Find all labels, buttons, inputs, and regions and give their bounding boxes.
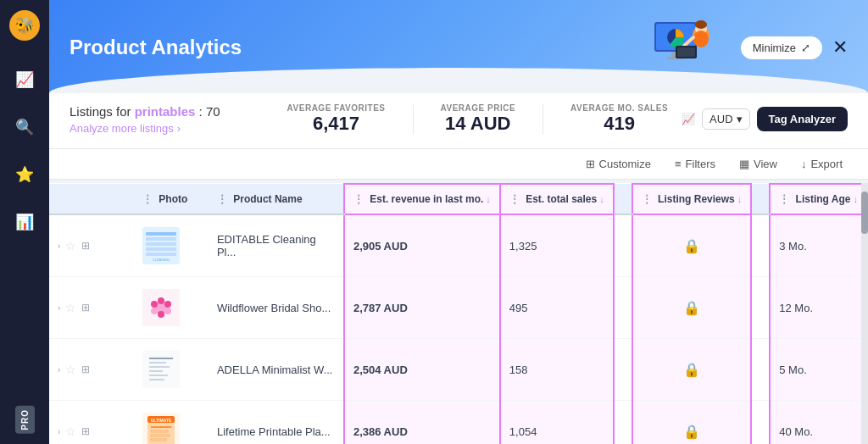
grid-btn-4[interactable]: ⊞ (81, 425, 90, 437)
analyze-label: Analyze more listings (70, 122, 174, 135)
sidebar-icon-search[interactable]: 🔍 (9, 112, 40, 142)
svg-rect-41 (151, 439, 166, 441)
grid-btn-1[interactable]: ⊞ (81, 240, 90, 252)
close-button[interactable]: ✕ (832, 36, 848, 58)
scrollbar-track[interactable] (861, 183, 868, 444)
minimize-icon: ⤢ (801, 42, 810, 54)
stat-value-sales: 419 (570, 113, 668, 135)
expand-btn-4[interactable]: › (58, 427, 60, 436)
customize-button[interactable]: ⊞ Customize (581, 154, 656, 174)
table-container: ⋮ Photo ⋮ Product Name ⋮ Est. revenue in… (49, 183, 868, 444)
filters-label: Filters (686, 158, 715, 170)
sidebar-icon-analytics[interactable]: 📈 (9, 64, 40, 95)
svg-point-8 (693, 31, 709, 47)
svg-rect-39 (151, 430, 168, 432)
table-row: › ☆ ⊞ CLEANING EDITABLE Cleaning Pl... 2… (49, 214, 867, 277)
row-controls-1: › ☆ ⊞ (49, 214, 134, 277)
photo-drag-handle[interactable]: ⋮ (142, 193, 153, 205)
currency-dropdown-icon: ▾ (737, 113, 743, 125)
app-logo[interactable]: 🐝 (9, 10, 40, 41)
col-controls (49, 184, 134, 214)
row-photo-1: CLEANING (134, 214, 209, 277)
star-btn-4[interactable]: ☆ (65, 425, 76, 438)
svg-point-26 (151, 301, 158, 308)
svg-point-7 (695, 20, 707, 29)
col-sep1 (614, 184, 632, 214)
sidebar: 🐝 📈 🔍 ⭐ 📊 PRO (0, 0, 49, 444)
col-product-name: ⋮ Product Name (209, 184, 344, 214)
age-drag-handle[interactable]: ⋮ (779, 193, 789, 205)
stat-value-price: 14 AUD (441, 113, 516, 135)
svg-rect-13 (146, 232, 176, 236)
trend-icon: 📈 (682, 113, 695, 125)
export-icon: ↓ (801, 158, 807, 170)
reviews-drag-handle[interactable]: ⋮ (642, 193, 652, 205)
name-drag-handle[interactable]: ⋮ (217, 193, 227, 205)
grid-btn-2[interactable]: ⊞ (81, 302, 90, 314)
svg-rect-28 (149, 358, 173, 359)
stat-divider-2 (542, 104, 543, 135)
lock-icon-4: 🔒 (642, 424, 743, 440)
col-age-label: Listing Age ↓ (796, 193, 858, 205)
row-listing-age-3: 5 Mo. (770, 339, 867, 401)
expand-btn-2[interactable]: › (58, 303, 60, 313)
col-est-revenue[interactable]: ⋮ Est. revenue in last mo. ↓ (344, 184, 500, 214)
sidebar-icon-dashboard[interactable]: 📊 (9, 207, 40, 237)
stat-value-favorites: 6,417 (287, 113, 386, 135)
lock-icon-1: 🔒 (642, 238, 743, 254)
expand-btn-1[interactable]: › (58, 241, 60, 251)
col-listing-age[interactable]: ⋮ Listing Age ↓ (770, 184, 867, 214)
minimize-button[interactable]: Minimize ⤢ (741, 36, 822, 59)
page-title: Product Analytics (70, 36, 242, 59)
listings-info: Listings for printables : 70 (70, 104, 220, 119)
scrollbar-thumb[interactable] (861, 191, 868, 234)
star-btn-3[interactable]: ☆ (65, 363, 76, 376)
svg-rect-17 (146, 253, 176, 256)
stat-label-favorites: AVERAGE FAVORITES (287, 103, 386, 113)
analyze-more-link[interactable]: Analyze more listings › (70, 122, 220, 135)
filters-button[interactable]: ≡ Filters (670, 154, 721, 174)
col-est-sales[interactable]: ⋮ Est. total sales ↓ (500, 184, 614, 214)
view-button[interactable]: ▦ View (734, 154, 782, 174)
row-sep2-2 (751, 277, 770, 339)
age-sort-arrow: ↓ (854, 194, 859, 204)
row-est-revenue-2: 2,787 AUD (344, 277, 500, 339)
header-row: ⋮ Photo ⋮ Product Name ⋮ Est. revenue in… (49, 184, 867, 214)
svg-point-24 (158, 311, 164, 318)
svg-rect-16 (146, 247, 176, 251)
star-btn-2[interactable]: ☆ (65, 301, 76, 314)
col-photo: ⋮ Photo (134, 184, 209, 214)
tag-analyzer-button[interactable]: Tag Analyzer (757, 107, 848, 131)
svg-point-23 (164, 308, 171, 314)
row-sep2-4 (751, 401, 770, 445)
row-sep1-1 (614, 214, 632, 277)
sales-drag-handle[interactable]: ⋮ (509, 193, 520, 205)
stat-avg-sales: AVERAGE MO. SALES 419 (570, 103, 668, 135)
revenue-drag-handle[interactable]: ⋮ (353, 193, 364, 205)
star-btn-1[interactable]: ☆ (65, 239, 76, 253)
svg-rect-40 (151, 435, 170, 436)
revenue-sort-arrow: ↓ (486, 194, 491, 204)
col-sep2 (751, 184, 770, 214)
currency-selector[interactable]: AUD ▾ (702, 108, 749, 130)
reviews-sort-arrow: ↓ (737, 194, 743, 204)
col-sales-label: Est. total sales ↓ (526, 193, 604, 205)
export-label: Export (810, 158, 843, 170)
chart-icon-area: 📈 (682, 113, 695, 125)
row-listing-age-4: 40 Mo. (770, 401, 867, 445)
export-button[interactable]: ↓ Export (796, 154, 848, 174)
col-reviews-label: Listing Reviews ↓ (658, 193, 742, 205)
sidebar-icon-favorites[interactable]: ⭐ (9, 159, 40, 190)
row-photo-3 (134, 339, 209, 401)
svg-rect-27 (142, 351, 180, 388)
expand-btn-3[interactable]: › (58, 365, 60, 375)
svg-rect-11 (677, 47, 695, 57)
grid-btn-3[interactable]: ⊞ (81, 364, 90, 375)
svg-rect-14 (146, 237, 176, 241)
subheader: Listings for printables : 70 Analyze mor… (49, 93, 868, 149)
svg-point-22 (164, 301, 171, 308)
row-listing-reviews-4: 🔒 (632, 401, 752, 445)
col-listing-reviews[interactable]: ⋮ Listing Reviews ↓ (632, 184, 752, 214)
table-row: › ☆ ⊞ ULTIMATE Lifetime Printable Pla...… (49, 401, 867, 445)
row-est-revenue-1: 2,905 AUD (344, 214, 500, 277)
